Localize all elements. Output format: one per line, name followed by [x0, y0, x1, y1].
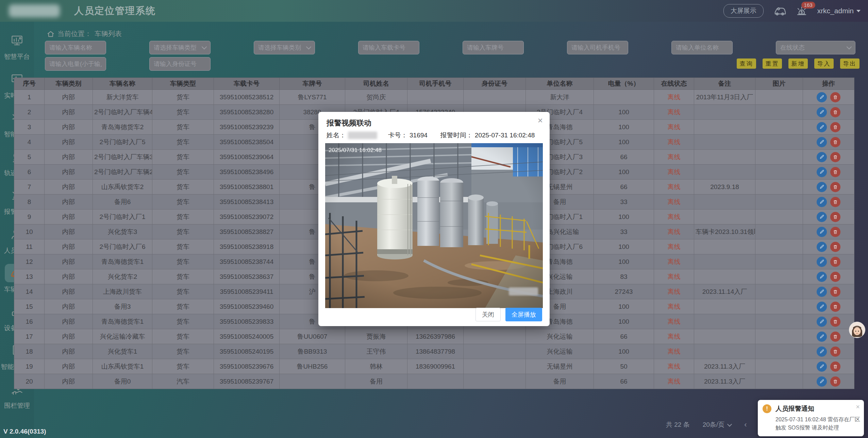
- edit-button[interactable]: [817, 347, 827, 357]
- export-button[interactable]: 导出: [840, 58, 859, 69]
- table-cell: 66: [594, 180, 654, 195]
- modal-footer: 关闭 全屏播放: [475, 308, 542, 321]
- delete-button[interactable]: [830, 107, 840, 117]
- edit-button[interactable]: [817, 361, 827, 372]
- delete-button[interactable]: [830, 302, 840, 312]
- delete-button[interactable]: [830, 376, 840, 387]
- table-cell: 6: [14, 165, 45, 180]
- delete-button[interactable]: [830, 272, 840, 282]
- modal-close-button[interactable]: 关闭: [475, 308, 501, 321]
- vehicle-type-select[interactable]: 请选择车辆类型: [149, 41, 211, 54]
- table-cell: [755, 120, 803, 135]
- table-cell: 7: [14, 180, 45, 195]
- delete-button[interactable]: [830, 347, 840, 357]
- edit-button[interactable]: [817, 287, 827, 297]
- edit-button[interactable]: [817, 107, 827, 117]
- table-cell: 内部: [45, 90, 93, 105]
- table-cell: [755, 224, 803, 239]
- delete-button[interactable]: [830, 227, 840, 237]
- placeholder-text: 请输入车牌号: [467, 44, 504, 52]
- table-cell: 359510085239411: [214, 284, 280, 299]
- sidebar-item-platform[interactable]: 智慧平台: [2, 31, 32, 61]
- table-cell: 无锡昱州: [526, 359, 594, 374]
- delete-button[interactable]: [830, 212, 840, 222]
- edit-button[interactable]: [817, 167, 827, 177]
- table-cell: 66: [594, 150, 654, 165]
- delete-button[interactable]: [830, 287, 840, 297]
- vehicle-name-input[interactable]: 请输入车辆名称: [45, 41, 106, 54]
- table-cell: 汽车: [152, 374, 214, 389]
- online-status-select[interactable]: 在线状态: [776, 41, 855, 54]
- edit-button[interactable]: [817, 257, 827, 267]
- reset-button[interactable]: 重置: [763, 58, 782, 69]
- floating-assistant-avatar[interactable]: [849, 322, 865, 338]
- edit-button[interactable]: [817, 92, 827, 102]
- delete-button[interactable]: [830, 152, 840, 162]
- cell-online-status: 离线: [654, 105, 694, 120]
- add-button[interactable]: 新增: [788, 58, 808, 69]
- table-cell: 内部: [45, 269, 93, 284]
- edit-button[interactable]: [817, 376, 827, 387]
- query-button[interactable]: 查询: [737, 58, 756, 69]
- delete-button[interactable]: [830, 137, 840, 147]
- idcard-input[interactable]: 请输入身份证号: [149, 57, 211, 71]
- table-cell: 16: [14, 314, 45, 329]
- column-header: 车辆名称: [93, 78, 152, 90]
- delete-button[interactable]: [830, 182, 840, 192]
- cell-online-status: 离线: [654, 150, 694, 165]
- table-cell: [464, 359, 526, 374]
- edit-button[interactable]: [817, 302, 827, 312]
- close-icon[interactable]: ×: [856, 403, 860, 410]
- table-cell: 内部: [45, 314, 93, 329]
- plate-no-input[interactable]: 请输入车牌号: [463, 41, 524, 54]
- name-label: 姓名：: [327, 131, 346, 140]
- table-cell: 2号门临时入厂车辆2: [93, 165, 152, 180]
- delete-button[interactable]: [830, 317, 840, 327]
- delete-button[interactable]: [830, 197, 840, 207]
- delete-button[interactable]: [830, 361, 840, 372]
- table-cell: 内部: [45, 120, 93, 135]
- card-no-input[interactable]: 请输入车载卡号: [358, 41, 419, 54]
- battery-input[interactable]: 请输入电量(小于输入值): [45, 57, 106, 71]
- cctv-video-player[interactable]: 2025/07/31 16:02:48: [325, 143, 543, 308]
- import-button[interactable]: 导入: [814, 58, 834, 69]
- edit-button[interactable]: [817, 227, 827, 237]
- delete-button[interactable]: [830, 332, 840, 342]
- page-size-select[interactable]: 20条/页: [703, 420, 731, 429]
- table-cell: 货车: [152, 284, 214, 299]
- status-badge: 离线: [668, 94, 681, 101]
- close-icon[interactable]: ×: [538, 116, 543, 125]
- delete-button[interactable]: [830, 122, 840, 132]
- edit-button[interactable]: [817, 272, 827, 282]
- edit-button[interactable]: [817, 137, 827, 147]
- cell-operations: [803, 284, 854, 299]
- edit-button[interactable]: [817, 332, 827, 342]
- delete-button[interactable]: [830, 242, 840, 252]
- unit-name-input[interactable]: 请输入单位名称: [671, 41, 733, 54]
- delete-button[interactable]: [830, 257, 840, 267]
- edit-button[interactable]: [817, 212, 827, 222]
- table-cell: 货车: [152, 224, 214, 239]
- cell-online-status: 离线: [654, 344, 694, 359]
- edit-button[interactable]: [817, 242, 827, 252]
- table-cell: 内部: [45, 374, 93, 389]
- prev-page-button[interactable]: ‹: [744, 420, 747, 429]
- alarm-notification-icon[interactable]: 163: [796, 6, 807, 16]
- cell-online-status: 离线: [654, 224, 694, 239]
- big-screen-button[interactable]: 大屏展示: [723, 4, 764, 18]
- driver-phone-input[interactable]: 请输入司机手机号: [567, 41, 628, 54]
- vehicle-class-select[interactable]: 请选择车辆类别: [254, 41, 315, 54]
- edit-button[interactable]: [817, 152, 827, 162]
- user-menu[interactable]: xrkc_admin: [817, 7, 861, 15]
- delete-button[interactable]: [830, 92, 840, 102]
- vehicle-monitor-icon[interactable]: [774, 6, 786, 16]
- table-cell: [755, 239, 803, 254]
- cell-operations: [803, 374, 854, 389]
- fullscreen-play-button[interactable]: 全屏播放: [505, 308, 542, 321]
- delete-button[interactable]: [830, 167, 840, 177]
- edit-button[interactable]: [817, 317, 827, 327]
- edit-button[interactable]: [817, 197, 827, 207]
- edit-button[interactable]: [817, 122, 827, 132]
- edit-button[interactable]: [817, 182, 827, 192]
- table-cell: 8: [14, 195, 45, 209]
